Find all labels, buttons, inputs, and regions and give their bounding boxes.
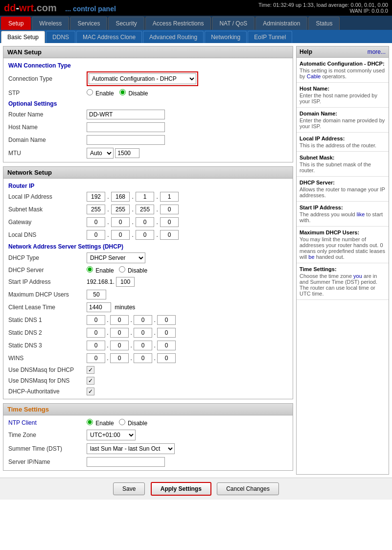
wins-1[interactable] [87,353,105,363]
timezone-select[interactable]: UTC+01:00 [87,430,136,440]
ntp-disable-radio[interactable] [119,419,125,425]
sdns1-2[interactable] [110,315,129,325]
wan-form: Connection Type Automatic Configuration … [5,70,291,98]
start-ip-row: Start IP Address 192.168.1. [5,275,291,288]
sdns2-3[interactable] [134,328,152,338]
help-item-7-text: You may limit the number of addresses yo… [300,236,386,260]
domain-name-cell [84,134,291,146]
subnet-label: Subnet Mask [5,203,84,216]
sdns3-2[interactable] [110,341,129,350]
timezone-cell: UTC+01:00 [84,428,291,442]
save-button[interactable]: Save [113,482,145,495]
ldns-2[interactable] [111,230,130,240]
subnet-2[interactable] [111,205,130,214]
lease-time-row: Client Lease Time minutes [5,301,291,314]
static-dns2-cell: . . . [84,326,291,339]
subtab-advanced-routing[interactable]: Advanced Routing [143,31,204,43]
content-area: WAN Setup WAN Connection Type Connection… [3,46,293,475]
host-name-row: Host Name [5,121,291,134]
tab-setup[interactable]: Setup [1,17,31,30]
gw-2[interactable] [111,217,130,227]
time-display: Time: 01:32:49 up 1:33, load average: 0.… [258,2,388,8]
ntp-enable-radio[interactable] [87,419,93,425]
stp-label: STP [5,88,84,98]
dhcp-disable-radio[interactable] [119,266,125,273]
ldns-4[interactable] [160,230,179,240]
sdns3-4[interactable] [157,341,176,350]
sdns2-2[interactable] [110,328,129,338]
apply-button[interactable]: Apply Settings [151,482,211,496]
sub-nav: Basic Setup DDNS MAC Address Clone Advan… [0,30,392,43]
static-dns1-row: Static DNS 1 . . . [5,314,291,326]
local-ip-3[interactable] [136,192,154,202]
help-item-0-title: Automatic Configuration - DHCP: [300,61,386,67]
tab-wireless[interactable]: Wireless [32,17,69,30]
sdns2-4[interactable] [157,328,176,338]
tab-administration[interactable]: Administration [255,17,307,30]
gw-4[interactable] [160,217,179,227]
wins-4[interactable] [157,353,176,363]
host-name-input[interactable] [87,122,165,132]
dhcp-auth-cell: ✓ [84,386,291,397]
tab-services[interactable]: Services [70,17,107,30]
start-ip-last[interactable] [116,277,135,287]
subtab-ddns[interactable]: DDNS [46,31,75,43]
dnsmasq-dhcp-label: Use DNSMasq for DHCP [5,365,84,375]
lease-time-input[interactable] [87,302,111,312]
dnsmasq-dhcp-checkbox[interactable]: ✓ [87,366,94,374]
dhcp-auth-checkbox[interactable]: ✓ [87,388,94,395]
tab-access-restrictions[interactable]: Access Restrictions [145,17,211,30]
help-more-link[interactable]: more... [368,48,386,55]
subtab-eoip[interactable]: EoIP Tunnel [248,31,292,43]
dhcp-enable-radio[interactable] [87,266,93,273]
tab-status[interactable]: Status [308,17,340,30]
local-ip-row: Local IP Address . . . [5,190,291,203]
subtab-networking[interactable]: Networking [205,31,247,43]
subnet-4[interactable] [160,205,179,214]
max-users-input[interactable] [87,290,106,299]
static-dns1-cell: . . . [84,314,291,326]
connection-type-select[interactable]: Automatic Configuration - DHCP [89,73,196,84]
help-item-1: Host Name: Enter the host name provided … [297,83,389,108]
domain-name-input[interactable] [87,135,165,145]
server-input[interactable] [87,457,165,467]
gw-1[interactable] [87,217,105,227]
sdns1-3[interactable] [134,315,152,325]
router-name-input[interactable] [87,110,165,119]
wins-3[interactable] [134,353,152,363]
ldns-3[interactable] [136,230,154,240]
subtab-basic-setup[interactable]: Basic Setup [1,31,45,43]
stp-disable-radio[interactable] [119,89,126,95]
stp-enable-radio[interactable] [87,89,93,95]
dhcp-enable-text: Enable [95,267,114,274]
subtab-mac-clone[interactable]: MAC Address Clone [76,31,142,43]
sdns1-1[interactable] [87,315,105,325]
sdns2-1[interactable] [87,328,105,338]
tab-security[interactable]: Security [108,17,144,30]
sdns1-4[interactable] [157,315,176,325]
subnet-1[interactable] [87,205,105,214]
mtu-value-input[interactable] [115,148,139,158]
ldns-1[interactable] [87,230,105,240]
mtu-select[interactable]: Auto [87,148,114,159]
subnet-3[interactable] [136,205,154,214]
optional-form: Router Name Host Name Domain Name [5,108,291,160]
tab-nat-qos[interactable]: NAT / QoS [212,17,254,30]
dhcp-type-select[interactable]: DHCP Server [87,252,145,263]
help-item-4-text: This is the subnet mask of the router. [300,161,386,173]
sdns3-3[interactable] [134,341,152,350]
summer-time-select[interactable]: last Sun Mar - last Sun Oct [87,443,175,454]
local-ip-4[interactable] [160,192,179,202]
server-row: Server IP/Name [5,456,291,468]
dhcp-title: Network Address Server Settings (DHCP) [5,241,291,251]
dnsmasq-dns-checkbox[interactable]: ✓ [87,377,94,385]
sdns3-1[interactable] [87,341,105,350]
wins-2[interactable] [110,353,129,363]
connection-type-box: Automatic Configuration - DHCP [87,71,198,86]
local-ip-1[interactable] [87,192,105,202]
help-item-4-title: Subnet Mask: [300,155,386,160]
ntp-enable-label: Enable [87,420,115,427]
cancel-button[interactable]: Cancel Changes [217,482,279,495]
local-ip-2[interactable] [111,192,130,202]
gw-3[interactable] [136,217,154,227]
